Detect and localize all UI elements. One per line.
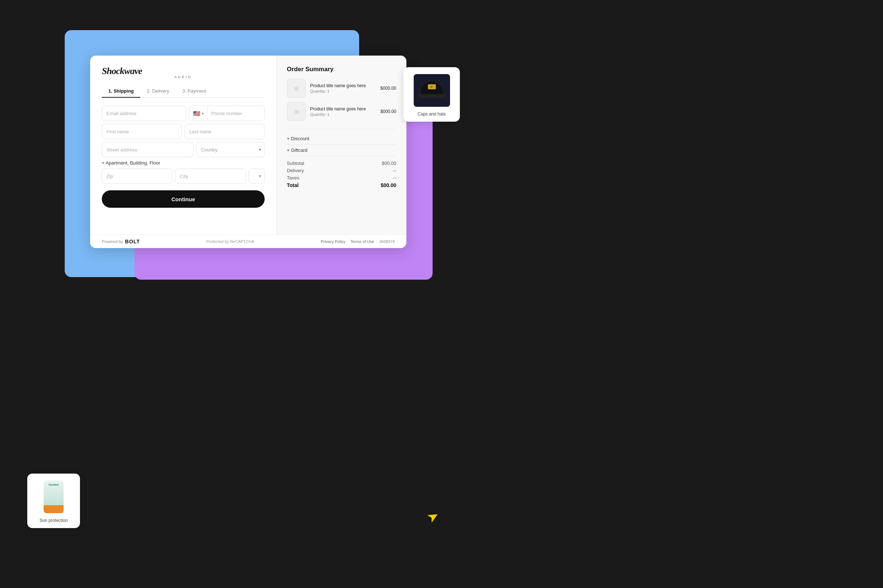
form-section: Shockwave AUDIO 1. Shipping 2. Delivery … [90, 56, 277, 235]
name-row [102, 124, 265, 139]
subtotal-label: Subtotal [287, 160, 304, 166]
street-country-row: Country United States Canada United King… [102, 142, 265, 157]
checkout-card: Shockwave AUDIO 1. Shipping 2. Delivery … [90, 56, 406, 248]
state-select[interactable]: State CA NY TX [249, 168, 265, 184]
bolt-logo: Powered by BOLT [102, 238, 140, 244]
taxes-value: -- [393, 175, 396, 180]
steps-nav: 1. Shipping 2. Delivery 3. Payment [102, 86, 265, 98]
product-price-1: $000.00 [381, 86, 396, 91]
float-card-caps-hats: R Caps and hats [403, 67, 460, 122]
step-shipping[interactable]: 1. Shipping [102, 86, 140, 98]
order-summary-title: Order Summary [287, 66, 396, 73]
zip-input[interactable] [102, 168, 172, 184]
product-name-1: Product title name goes here [310, 83, 376, 88]
product-item-1: ⊞ Product title name goes here Quantity:… [287, 79, 396, 98]
city-input[interactable] [175, 168, 246, 184]
subtotal-value: $00.00 [382, 160, 396, 166]
sun-protection-image: Vacation [36, 478, 72, 515]
phone-input[interactable] [208, 106, 265, 121]
product-item-2: ⊞ Product title name goes here Quantity:… [287, 102, 396, 121]
firstname-input[interactable] [102, 124, 182, 139]
subtotal-row: Subtotal $00.00 [287, 160, 396, 166]
divider-1 [287, 129, 396, 129]
product-info-1: Product title name goes here Quantity: 1 [310, 83, 376, 93]
delivery-row: Delivery -- [287, 168, 396, 173]
terms-of-use-link[interactable]: Terms of Use [350, 239, 374, 244]
phone-group: 🇺🇸 ▾ [189, 106, 265, 121]
delivery-value: -- [393, 168, 396, 173]
powered-by-label: Powered by [102, 239, 123, 244]
country-select[interactable]: Country United States Canada United King… [196, 142, 265, 157]
product-price-2: $000.00 [381, 109, 396, 114]
step-delivery[interactable]: 2. Delivery [140, 86, 176, 98]
order-summary-section: Order Summary ⊞ Product title name goes … [277, 56, 406, 235]
product-thumbnail-1: ⊞ [287, 79, 306, 98]
total-value: $00.00 [381, 182, 396, 188]
taxes-label: Taxes [287, 175, 299, 180]
sun-protection-label: Sun protection [32, 518, 75, 523]
discount-row[interactable]: + Discount [287, 133, 396, 144]
taxes-row: Taxes -- [287, 175, 396, 180]
product-qty-2: Quantity: 1 [310, 112, 376, 117]
caps-hats-image: R [414, 72, 450, 109]
image-placeholder-icon: ⊞ [294, 108, 299, 115]
product-name-2: Product title name goes here [310, 106, 376, 111]
sunscreen-brand-text: Vacation [48, 483, 59, 486]
footer-links: Privacy Policy Terms of Use 2608974 [320, 239, 395, 244]
zip-city-state-row: State CA NY TX ▾ [102, 168, 265, 184]
step-payment[interactable]: 3. Payment [176, 86, 213, 98]
sunscreen-tube: Vacation [44, 480, 64, 513]
bolt-brand-label: BOLT [125, 238, 140, 244]
email-phone-row: 🇺🇸 ▾ [102, 106, 265, 121]
cursor-arrow: ➤ [424, 507, 442, 526]
image-placeholder-icon: ⊞ [294, 85, 299, 92]
recaptcha-label: Protected by ReCAPTCHA [206, 239, 254, 244]
hat-crown: R [421, 81, 443, 94]
continue-button[interactable]: Continue [102, 190, 265, 208]
giftcard-row[interactable]: + Giftcard [287, 144, 396, 156]
totals-section: Subtotal $00.00 Delivery -- Taxes -- Tot… [287, 160, 396, 190]
delivery-label: Delivery [287, 168, 304, 173]
footer-id: 2608974 [379, 239, 395, 244]
checkout-footer: Powered by BOLT Protected by ReCAPTCHA P… [90, 235, 406, 248]
email-input[interactable] [102, 106, 186, 121]
chevron-down-icon: ▾ [202, 111, 203, 116]
country-select-wrap: Country United States Canada United King… [196, 142, 265, 157]
logo-area: Shockwave AUDIO [102, 66, 265, 79]
country-flag-button[interactable]: 🇺🇸 ▾ [190, 106, 208, 121]
product-info-2: Product title name goes here Quantity: 1 [310, 106, 376, 117]
hat-patch: R [428, 84, 436, 89]
total-label: Total [287, 182, 298, 188]
product-qty-1: Quantity: 1 [310, 89, 376, 93]
flag-emoji: 🇺🇸 [193, 110, 200, 117]
total-row: Total $00.00 [287, 182, 396, 188]
hat-shape: R [417, 81, 447, 99]
float-card-sun-protection: Vacation Sun protection [27, 474, 80, 528]
apt-link[interactable]: + Apartment, Building, Floor [102, 160, 265, 166]
state-select-wrap: State CA NY TX ▾ [249, 168, 265, 184]
privacy-policy-link[interactable]: Privacy Policy [320, 239, 345, 244]
sunscreen-cap [44, 505, 64, 513]
lastname-input[interactable] [185, 124, 265, 139]
street-input[interactable] [102, 142, 193, 157]
product-thumbnail-2: ⊞ [287, 102, 306, 121]
caps-hats-label: Caps and hats [409, 111, 455, 117]
hat-thumbnail: R [414, 74, 450, 107]
